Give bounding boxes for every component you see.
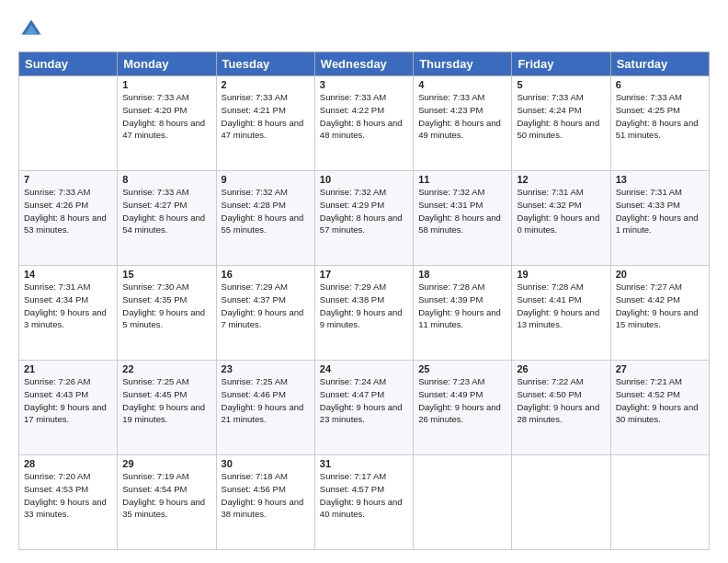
sunset-text: Sunset: 4:20 PM	[122, 105, 187, 115]
sunset-text: Sunset: 4:46 PM	[222, 389, 286, 399]
day-number: 13	[616, 174, 704, 185]
cell-content: Sunrise: 7:32 AMSunset: 4:31 PMDaylight:…	[418, 186, 506, 236]
cell-3-5: 18Sunrise: 7:28 AMSunset: 4:39 PMDayligh…	[414, 266, 512, 361]
daylight-text: Daylight: 9 hours and 40 minutes.	[320, 497, 403, 520]
cell-content: Sunrise: 7:31 AMSunset: 4:34 PMDaylight:…	[24, 281, 112, 331]
cell-content: Sunrise: 7:25 AMSunset: 4:45 PMDaylight:…	[122, 375, 210, 426]
sunrise-text: Sunrise: 7:27 AM	[616, 282, 682, 292]
cell-content: Sunrise: 7:33 AMSunset: 4:20 PMDaylight:…	[122, 91, 210, 142]
logo-icon	[18, 17, 44, 42]
cell-content: Sunrise: 7:21 AMSunset: 4:52 PMDaylight:…	[616, 375, 704, 426]
daylight-text: Daylight: 8 hours and 50 minutes.	[517, 118, 599, 141]
logo	[18, 17, 46, 42]
daylight-text: Daylight: 9 hours and 1 minute.	[616, 213, 699, 236]
cell-5-4: 31Sunrise: 7:17 AMSunset: 4:57 PMDayligh…	[314, 455, 413, 550]
cell-3-6: 19Sunrise: 7:28 AMSunset: 4:41 PMDayligh…	[512, 266, 610, 361]
sunrise-text: Sunrise: 7:33 AM	[222, 92, 288, 102]
daylight-text: Daylight: 9 hours and 5 minutes.	[122, 307, 205, 330]
sunset-text: Sunset: 4:54 PM	[122, 484, 187, 494]
cell-2-7: 13Sunrise: 7:31 AMSunset: 4:33 PMDayligh…	[610, 171, 709, 266]
daylight-text: Daylight: 8 hours and 47 minutes.	[122, 118, 205, 141]
sunset-text: Sunset: 4:21 PM	[222, 105, 286, 115]
day-number: 17	[320, 269, 408, 280]
cell-2-6: 12Sunrise: 7:31 AMSunset: 4:32 PMDayligh…	[512, 171, 610, 266]
sunset-text: Sunset: 4:29 PM	[320, 200, 384, 210]
sunset-text: Sunset: 4:33 PM	[616, 200, 680, 210]
calendar-page: SundayMondayTuesdayWednesdayThursdayFrid…	[0, 0, 728, 563]
sunrise-text: Sunrise: 7:17 AM	[320, 471, 386, 481]
cell-4-2: 22Sunrise: 7:25 AMSunset: 4:45 PMDayligh…	[118, 361, 216, 455]
daylight-text: Daylight: 9 hours and 35 minutes.	[122, 497, 205, 520]
daylight-text: Daylight: 9 hours and 9 minutes.	[320, 307, 403, 330]
sunrise-text: Sunrise: 7:32 AM	[320, 187, 386, 197]
day-number: 18	[418, 269, 506, 280]
cell-4-6: 26Sunrise: 7:22 AMSunset: 4:50 PMDayligh…	[512, 361, 610, 455]
sunrise-text: Sunrise: 7:31 AM	[517, 187, 583, 197]
cell-content: Sunrise: 7:29 AMSunset: 4:37 PMDaylight:…	[222, 281, 310, 331]
cell-3-3: 16Sunrise: 7:29 AMSunset: 4:37 PMDayligh…	[216, 266, 314, 361]
cell-5-6	[512, 455, 610, 550]
daylight-text: Daylight: 9 hours and 33 minutes.	[24, 497, 107, 520]
cell-5-5	[414, 455, 512, 550]
sunrise-text: Sunrise: 7:21 AM	[616, 376, 682, 386]
sunset-text: Sunset: 4:42 PM	[616, 294, 680, 304]
sunrise-text: Sunrise: 7:33 AM	[24, 187, 90, 197]
sunrise-text: Sunrise: 7:29 AM	[320, 282, 386, 292]
sunset-text: Sunset: 4:27 PM	[122, 200, 187, 210]
cell-content: Sunrise: 7:27 AMSunset: 4:42 PMDaylight:…	[616, 281, 704, 331]
sunrise-text: Sunrise: 7:31 AM	[24, 282, 90, 292]
cell-5-7	[610, 455, 709, 550]
sunset-text: Sunset: 4:23 PM	[418, 105, 483, 115]
sunrise-text: Sunrise: 7:25 AM	[222, 376, 288, 386]
cell-1-3: 2Sunrise: 7:33 AMSunset: 4:21 PMDaylight…	[216, 76, 314, 171]
cell-content: Sunrise: 7:24 AMSunset: 4:47 PMDaylight:…	[320, 375, 408, 426]
header-row: SundayMondayTuesdayWednesdayThursdayFrid…	[19, 52, 710, 76]
sunset-text: Sunset: 4:43 PM	[24, 389, 88, 399]
sunrise-text: Sunrise: 7:19 AM	[122, 471, 188, 481]
day-number: 22	[122, 363, 210, 374]
sunset-text: Sunset: 4:25 PM	[616, 105, 680, 115]
day-number: 8	[122, 174, 210, 185]
daylight-text: Daylight: 8 hours and 55 minutes.	[222, 213, 304, 236]
cell-2-3: 9Sunrise: 7:32 AMSunset: 4:28 PMDaylight…	[216, 171, 314, 266]
day-number: 6	[616, 79, 704, 90]
day-number: 20	[616, 269, 704, 280]
cell-4-4: 24Sunrise: 7:24 AMSunset: 4:47 PMDayligh…	[314, 361, 413, 455]
daylight-text: Daylight: 9 hours and 17 minutes.	[24, 402, 107, 425]
daylight-text: Daylight: 9 hours and 15 minutes.	[616, 307, 699, 330]
daylight-text: Daylight: 9 hours and 28 minutes.	[517, 402, 599, 425]
sunrise-text: Sunrise: 7:33 AM	[122, 187, 188, 197]
cell-content: Sunrise: 7:28 AMSunset: 4:39 PMDaylight:…	[418, 281, 506, 331]
cell-content: Sunrise: 7:32 AMSunset: 4:28 PMDaylight:…	[222, 186, 310, 236]
cell-5-1: 28Sunrise: 7:20 AMSunset: 4:53 PMDayligh…	[19, 455, 118, 550]
sunrise-text: Sunrise: 7:28 AM	[517, 282, 583, 292]
cell-content: Sunrise: 7:33 AMSunset: 4:25 PMDaylight:…	[616, 91, 704, 142]
daylight-text: Daylight: 9 hours and 21 minutes.	[222, 402, 304, 425]
cell-content: Sunrise: 7:33 AMSunset: 4:26 PMDaylight:…	[24, 186, 112, 236]
sunset-text: Sunset: 4:28 PM	[222, 200, 286, 210]
day-number: 15	[122, 269, 210, 280]
daylight-text: Daylight: 8 hours and 58 minutes.	[418, 213, 501, 236]
sunset-text: Sunset: 4:37 PM	[222, 294, 286, 304]
daylight-text: Daylight: 9 hours and 26 minutes.	[418, 402, 501, 425]
daylight-text: Daylight: 9 hours and 30 minutes.	[616, 402, 699, 425]
week-row-2: 7Sunrise: 7:33 AMSunset: 4:26 PMDaylight…	[19, 171, 710, 266]
day-number: 27	[616, 363, 704, 374]
sunrise-text: Sunrise: 7:33 AM	[517, 92, 583, 102]
day-number: 3	[320, 79, 408, 90]
day-number: 16	[222, 269, 310, 280]
daylight-text: Daylight: 9 hours and 38 minutes.	[222, 497, 304, 520]
sunrise-text: Sunrise: 7:20 AM	[24, 471, 90, 481]
day-number: 10	[320, 174, 408, 185]
sunset-text: Sunset: 4:35 PM	[122, 294, 187, 304]
cell-3-1: 14Sunrise: 7:31 AMSunset: 4:34 PMDayligh…	[19, 266, 118, 361]
sunrise-text: Sunrise: 7:33 AM	[418, 92, 484, 102]
sunset-text: Sunset: 4:41 PM	[517, 294, 581, 304]
sunrise-text: Sunrise: 7:28 AM	[418, 282, 484, 292]
sunset-text: Sunset: 4:32 PM	[517, 200, 581, 210]
cell-content: Sunrise: 7:28 AMSunset: 4:41 PMDaylight:…	[517, 281, 605, 331]
day-number: 4	[418, 79, 506, 90]
cell-3-4: 17Sunrise: 7:29 AMSunset: 4:38 PMDayligh…	[314, 266, 413, 361]
daylight-text: Daylight: 8 hours and 49 minutes.	[418, 118, 501, 141]
daylight-text: Daylight: 8 hours and 47 minutes.	[222, 118, 304, 141]
